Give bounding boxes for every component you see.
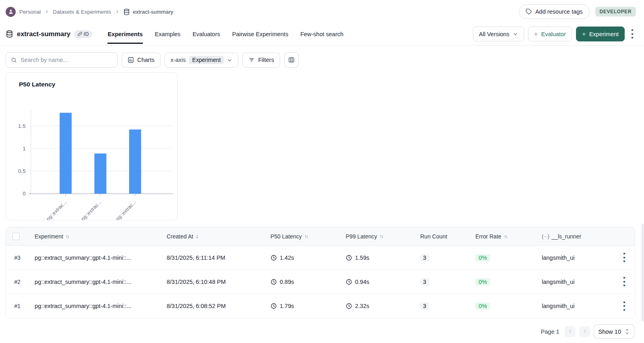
- breadcrumb: Personal Datasets & Experiments extract-…: [6, 7, 173, 17]
- add-resource-tags-label: Add resource tags: [535, 8, 583, 15]
- toolbar: Charts x-axis Experiment Filters: [0, 46, 644, 68]
- table-row[interactable]: #2 pg::extract_summary::gpt-4.1-mini::..…: [6, 270, 635, 294]
- select-all-checkbox[interactable]: [12, 233, 20, 240]
- person-icon: [8, 9, 14, 14]
- svg-text:1.5: 1.5: [18, 123, 26, 129]
- all-versions-label: All Versions: [479, 31, 510, 37]
- column-header-run-count[interactable]: Run Count: [414, 233, 469, 240]
- ls-runner-value: langsmith_ui: [536, 303, 614, 309]
- clock-icon: [346, 303, 352, 309]
- braces-icon: {···}: [542, 234, 549, 239]
- sort-desc-icon[interactable]: ↓: [196, 233, 198, 239]
- bar-chart-icon: [128, 57, 134, 63]
- filters-button[interactable]: Filters: [242, 53, 280, 68]
- link-icon: [78, 32, 82, 36]
- columns-button[interactable]: [284, 52, 299, 68]
- chart-title: P50 Latency: [19, 81, 177, 88]
- error-rate-badge: 0%: [475, 254, 490, 261]
- plus-icon: +: [582, 31, 586, 37]
- clock-icon: [346, 279, 352, 285]
- database-icon: [123, 8, 130, 15]
- avatar[interactable]: [6, 7, 16, 17]
- tab-evaluators[interactable]: Evaluators: [192, 28, 220, 41]
- ls-runner-value: langsmith_ui: [536, 279, 614, 285]
- columns-icon: [288, 57, 295, 63]
- svg-text:0.5: 0.5: [18, 168, 26, 174]
- chevron-down-icon: [513, 31, 518, 37]
- xaxis-dropdown[interactable]: x-axis Experiment: [165, 53, 239, 68]
- breadcrumb-current[interactable]: extract-summary: [133, 9, 173, 15]
- sort-icon[interactable]: ↑↓: [380, 234, 383, 239]
- run-count-badge: 3: [420, 302, 429, 310]
- developer-badge: DEVELOPER: [595, 7, 636, 16]
- add-evaluator-button[interactable]: + Evaluator: [528, 27, 572, 41]
- svg-text:1: 1: [23, 146, 25, 152]
- column-header-experiment[interactable]: Experiment ↑↓: [29, 233, 161, 240]
- tab-examples[interactable]: Examples: [155, 28, 181, 41]
- id-chip-label: ID: [84, 31, 89, 37]
- row-number: #1: [6, 303, 29, 309]
- p99-latency-value: 0.94s: [355, 279, 369, 285]
- charts-button[interactable]: Charts: [122, 53, 161, 68]
- more-options-button[interactable]: •••: [629, 27, 636, 41]
- clock-icon: [270, 279, 277, 285]
- error-rate-badge: 0%: [475, 278, 490, 285]
- stepper-icon: [625, 329, 630, 335]
- plus-icon: +: [534, 31, 538, 37]
- add-resource-tags-button[interactable]: Add resource tags: [519, 4, 590, 19]
- next-page-button[interactable]: [579, 326, 590, 337]
- svg-text:0: 0: [23, 191, 25, 197]
- tab-bar: Experiments Examples Evaluators Pairwise…: [107, 28, 343, 41]
- row-actions-button[interactable]: •••: [621, 250, 628, 265]
- experiment-name[interactable]: pg::extract_summary::gpt-4.1-mini::...: [29, 270, 161, 294]
- breadcrumb-personal[interactable]: Personal: [19, 9, 41, 15]
- experiment-name[interactable]: pg::extract_summary::gpt-4.1-mini::...: [29, 246, 161, 270]
- xaxis-value-chip: Experiment: [189, 56, 224, 64]
- table-row[interactable]: #3 pg::extract_summary::gpt-4.1-mini::..…: [6, 246, 635, 270]
- id-chip[interactable]: ID: [74, 30, 93, 38]
- row-actions-button[interactable]: •••: [621, 299, 628, 313]
- created-at: 8/31/2025, 6:10:48 PM: [161, 279, 264, 285]
- search-input[interactable]: [21, 57, 112, 63]
- p50-latency-value: 1.42s: [280, 255, 294, 261]
- page-title: extract-summary: [17, 30, 70, 38]
- breadcrumb-datasets[interactable]: Datasets & Experiments: [53, 9, 111, 15]
- column-header-error-rate[interactable]: Error Rate ↑↓: [469, 233, 536, 240]
- table-row[interactable]: #1 pg::extract_summary::gpt-4.1-mini::..…: [6, 294, 635, 318]
- created-at: 8/31/2025, 6:11:14 PM: [161, 255, 264, 261]
- page-size-select[interactable]: Show 10: [594, 325, 634, 339]
- column-header-p50-latency[interactable]: P50 Latency ↑↓: [264, 233, 340, 240]
- search-icon: [11, 57, 17, 63]
- error-rate-badge: 0%: [475, 302, 490, 310]
- row-number: #2: [6, 279, 29, 285]
- scrollbar[interactable]: [642, 224, 644, 322]
- sort-icon[interactable]: ↑↓: [66, 234, 69, 239]
- add-experiment-button[interactable]: + Experiment: [576, 27, 625, 41]
- xaxis-label: x-axis: [171, 57, 186, 63]
- svg-text:pg::extrac...: pg::extrac...: [115, 199, 137, 220]
- column-header-p99-latency[interactable]: P99 Latency ↑↓: [340, 233, 414, 240]
- all-versions-dropdown[interactable]: All Versions: [473, 27, 524, 41]
- previous-page-button[interactable]: [565, 326, 576, 337]
- experiment-name[interactable]: pg::extract_summary::gpt-4.1-mini::...: [29, 294, 161, 318]
- top-bar: Personal Datasets & Experiments extract-…: [0, 0, 644, 23]
- p99-latency-value: 1.59s: [355, 255, 369, 261]
- chevron-right-icon: [582, 329, 587, 334]
- chevron-down-icon: [227, 58, 232, 63]
- column-header-created-at[interactable]: Created At ↓: [161, 233, 264, 240]
- row-actions-button[interactable]: •••: [621, 274, 628, 289]
- tab-pairwise-experiments[interactable]: Pairwise Experiments: [232, 28, 288, 41]
- experiments-table: Experiment ↑↓ Created At ↓ P50 Latency ↑…: [6, 227, 635, 318]
- svg-text:pg::extrac...: pg::extrac...: [80, 199, 103, 220]
- sort-icon[interactable]: ↑↓: [504, 234, 507, 239]
- page-size-label: Show 10: [599, 329, 621, 335]
- row-number: #3: [6, 255, 29, 261]
- filter-lines-icon: [248, 57, 255, 63]
- chevron-right-icon: [44, 9, 49, 14]
- column-header-ls-runner[interactable]: {···} __ls_runner: [536, 233, 614, 240]
- p50-latency-chart-card: P50 Latency 00.511.5pg::extrac...pg::ext…: [6, 72, 178, 220]
- tab-experiments[interactable]: Experiments: [107, 28, 142, 41]
- p50-latency-value: 0.89s: [280, 279, 294, 285]
- sort-icon[interactable]: ↑↓: [304, 234, 308, 239]
- tab-few-shot-search[interactable]: Few-shot search: [300, 28, 343, 41]
